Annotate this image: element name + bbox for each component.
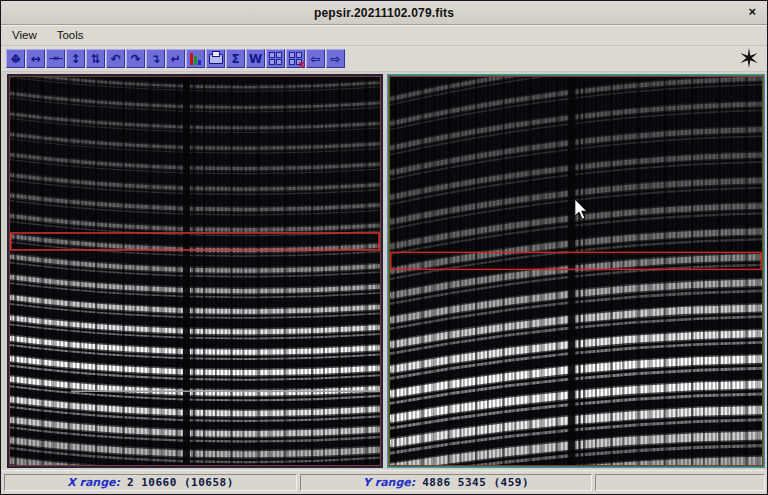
flip-horizontal-icon: ↵ <box>170 53 180 65</box>
profile-icon: W <box>249 53 262 65</box>
status-y-range: Y range: 4886 5345 (459) <box>300 474 592 491</box>
sum-button[interactable]: Σ <box>226 49 245 68</box>
status-bar: X range: 2 10660 (10658) Y range: 4886 5… <box>1 470 767 494</box>
profile-button[interactable]: W <box>246 49 265 68</box>
app-window: pepsir.20211102.079.fits × ViewTools ↔↕↔… <box>0 0 768 495</box>
left-image-panel[interactable] <box>10 77 380 465</box>
tile-windows-button[interactable] <box>266 49 285 68</box>
left-image-panel-inner <box>9 76 381 466</box>
sum-icon: Σ <box>231 53 239 65</box>
right-image-panel-mid-frame <box>388 75 764 467</box>
y-range-label: Y range: <box>363 476 415 489</box>
left-image-panel-frame <box>7 74 383 468</box>
next-button[interactable]: ⇨ <box>326 49 345 68</box>
right-image-panel-inner <box>389 76 763 466</box>
menu-bar: ViewTools <box>1 25 767 46</box>
window-title: pepsir.20211102.079.fits <box>314 6 454 20</box>
rotate-left-icon: ↶ <box>110 53 120 65</box>
x11-star-icon <box>738 47 760 69</box>
status-x-range: X range: 2 10660 (10658) <box>4 474 297 491</box>
flip-vertical-button[interactable]: ↴ <box>146 49 165 68</box>
shrink-y-icon: ⇅ <box>90 53 100 65</box>
shrink-x-icon: →← <box>49 54 62 63</box>
flip-vertical-icon: ↴ <box>150 53 160 65</box>
expand-y-icon: ↕ <box>70 53 80 65</box>
print-button[interactable] <box>206 49 225 68</box>
tile-grid-close-icon: × <box>289 52 302 65</box>
rotate-right-button[interactable]: ↷ <box>126 49 145 68</box>
prev-button[interactable]: ⇦ <box>306 49 325 68</box>
expand-y-button[interactable]: ↕ <box>66 49 85 68</box>
colormap-button[interactable] <box>186 49 205 68</box>
title-bar[interactable]: pepsir.20211102.079.fits × <box>1 1 767 25</box>
expand-x-icon: ↔ <box>30 53 40 65</box>
x-range-value: 2 10660 (10658) <box>127 476 234 489</box>
next-icon: ⇨ <box>330 53 340 65</box>
right-image-panel-frame <box>387 74 765 468</box>
status-extra <box>595 474 765 491</box>
rgb-colormap-icon <box>190 53 201 65</box>
pan-button[interactable]: ↔↕ <box>6 49 25 68</box>
shrink-y-button[interactable]: ⇅ <box>86 49 105 68</box>
prev-icon: ⇦ <box>310 53 320 65</box>
rotate-right-icon: ↷ <box>130 53 140 65</box>
expand-x-button[interactable]: ↔ <box>26 49 45 68</box>
menu-view[interactable]: View <box>9 27 46 43</box>
right-image-panel[interactable] <box>390 77 762 465</box>
printer-icon <box>209 54 223 64</box>
tile-grid-icon <box>269 52 282 65</box>
rotate-left-button[interactable]: ↶ <box>106 49 125 68</box>
y-range-value: 4886 5345 (459) <box>422 476 529 489</box>
x-range-label: X range: <box>67 476 120 489</box>
close-windows-button[interactable]: × <box>286 49 305 68</box>
menu-tools[interactable]: Tools <box>54 27 93 43</box>
image-area <box>1 72 767 470</box>
close-button[interactable]: × <box>748 4 756 19</box>
flip-horizontal-button[interactable]: ↵ <box>166 49 185 68</box>
shrink-x-button[interactable]: →← <box>46 49 65 68</box>
toolbar: ↔↕↔→←↕⇅↶↷↴↵ΣW×⇦⇨ <box>1 46 767 72</box>
